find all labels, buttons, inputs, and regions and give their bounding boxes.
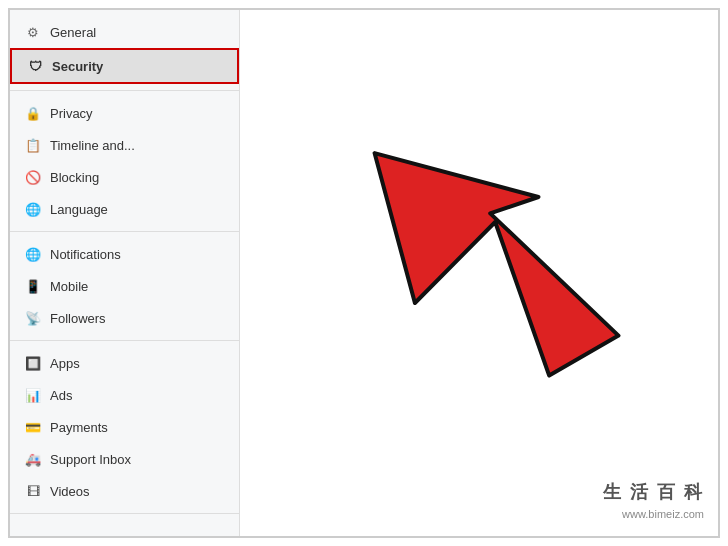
sidebar-item-mobile[interactable]: 📱Mobile	[10, 270, 239, 302]
general-icon: ⚙	[24, 23, 42, 41]
mobile-icon: 📱	[24, 277, 42, 295]
app-window: ⚙General🛡Security🔒Privacy📋Timeline and..…	[8, 8, 720, 538]
sidebar-item-timeline[interactable]: 📋Timeline and...	[10, 129, 239, 161]
main-content	[240, 10, 718, 536]
apps-icon: 🔲	[24, 354, 42, 372]
general-label: General	[50, 25, 96, 40]
videos-icon: 🎞	[24, 482, 42, 500]
timeline-icon: 📋	[24, 136, 42, 154]
payments-label: Payments	[50, 420, 108, 435]
sidebar: ⚙General🛡Security🔒Privacy📋Timeline and..…	[10, 10, 240, 536]
sidebar-item-videos[interactable]: 🎞Videos	[10, 475, 239, 507]
support-icon: 🚑	[24, 450, 42, 468]
followers-icon: 📡	[24, 309, 42, 327]
menu-group-1: 🔒Privacy📋Timeline and...🚫Blocking🌐Langua…	[10, 91, 239, 232]
notifications-label: Notifications	[50, 247, 121, 262]
sidebar-item-payments[interactable]: 💳Payments	[10, 411, 239, 443]
watermark-chinese: 生 活 百 科	[603, 479, 704, 506]
mobile-label: Mobile	[50, 279, 88, 294]
apps-label: Apps	[50, 356, 80, 371]
sidebar-item-general[interactable]: ⚙General	[10, 16, 239, 48]
blocking-icon: 🚫	[24, 168, 42, 186]
ads-label: Ads	[50, 388, 72, 403]
security-icon: 🛡	[26, 57, 44, 75]
sidebar-item-followers[interactable]: 📡Followers	[10, 302, 239, 334]
blocking-label: Blocking	[50, 170, 99, 185]
privacy-label: Privacy	[50, 106, 93, 121]
ads-icon: 📊	[24, 386, 42, 404]
sidebar-item-ads[interactable]: 📊Ads	[10, 379, 239, 411]
notifications-icon: 🌐	[24, 245, 42, 263]
followers-label: Followers	[50, 311, 106, 326]
sidebar-item-language[interactable]: 🌐Language	[10, 193, 239, 225]
payments-icon: 💳	[24, 418, 42, 436]
language-icon: 🌐	[24, 200, 42, 218]
sidebar-item-blocking[interactable]: 🚫Blocking	[10, 161, 239, 193]
videos-label: Videos	[50, 484, 90, 499]
watermark-url: www.bimeiz.com	[603, 506, 704, 523]
language-label: Language	[50, 202, 108, 217]
svg-marker-0	[340, 93, 618, 380]
sidebar-item-notifications[interactable]: 🌐Notifications	[10, 238, 239, 270]
support-label: Support Inbox	[50, 452, 131, 467]
timeline-label: Timeline and...	[50, 138, 135, 153]
menu-group-3: 🔲Apps📊Ads💳Payments🚑Support Inbox🎞Videos	[10, 341, 239, 514]
sidebar-item-privacy[interactable]: 🔒Privacy	[10, 97, 239, 129]
menu-group-2: 🌐Notifications📱Mobile📡Followers	[10, 232, 239, 341]
watermark: 生 活 百 科 www.bimeiz.com	[603, 479, 704, 523]
sidebar-item-security[interactable]: 🛡Security	[10, 48, 239, 84]
menu-group-0: ⚙General🛡Security	[10, 10, 239, 91]
privacy-icon: 🔒	[24, 104, 42, 122]
sidebar-item-apps[interactable]: 🔲Apps	[10, 347, 239, 379]
security-label: Security	[52, 59, 103, 74]
sidebar-item-support[interactable]: 🚑Support Inbox	[10, 443, 239, 475]
arrow-annotation	[340, 70, 700, 380]
